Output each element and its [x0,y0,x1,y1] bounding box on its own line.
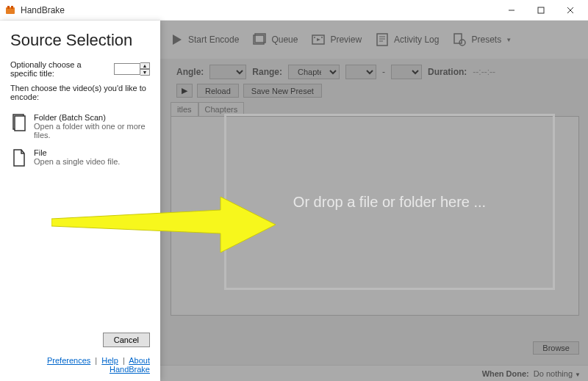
source-file-option[interactable]: File Open a single video file. [10,144,150,172]
svg-rect-2 [11,6,13,9]
file-icon [12,148,26,167]
close-button[interactable] [556,0,585,21]
preferences-link[interactable]: Preferences [47,356,90,365]
specific-title-input[interactable] [114,63,140,75]
svg-rect-21 [15,116,25,131]
drop-zone[interactable]: Or drop a file or folder here ... [224,114,555,290]
folder-desc: Open a folder with one or more files. [34,122,148,139]
help-link[interactable]: Help [101,356,118,365]
titlebar: HandBrake [0,0,588,21]
window-title: HandBrake [21,5,497,15]
svg-rect-4 [538,7,544,13]
file-desc: Open a single video file. [34,157,120,166]
optional-title-label: Optionally choose a specific title: [10,60,110,78]
folder-icon [12,113,26,132]
svg-rect-1 [7,6,10,9]
folder-title: Folder (Batch Scan) [34,113,148,122]
drop-zone-text: Or drop a file or folder here ... [293,194,486,211]
source-selection-panel: Source Selection Optionally choose a spe… [0,21,160,381]
spin-down-icon[interactable]: ▼ [140,69,150,76]
file-title: File [34,148,120,157]
app-icon [4,4,16,16]
maximize-button[interactable] [526,0,556,21]
spin-up-icon[interactable]: ▲ [140,62,150,69]
then-choose-label: Then choose the video(s) you'd like to e… [10,84,150,101]
minimize-button[interactable] [497,0,526,21]
title-spinner[interactable]: ▲ ▼ [140,62,150,76]
source-selection-heading: Source Selection [10,31,150,50]
svg-rect-0 [6,7,15,14]
source-folder-option[interactable]: Folder (Batch Scan) Open a folder with o… [10,109,150,144]
cancel-button[interactable]: Cancel [103,333,150,347]
